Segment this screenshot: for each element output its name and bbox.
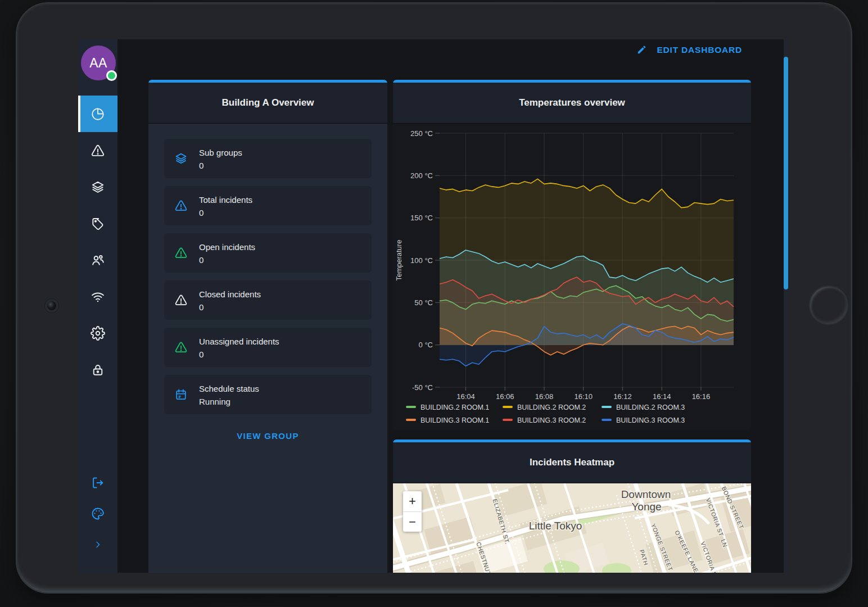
card-header: Temperatures overview <box>393 83 751 124</box>
sidebar-item-incidents[interactable] <box>78 132 117 169</box>
sidebar-item-theme[interactable] <box>78 498 117 529</box>
online-status-dot <box>106 70 117 81</box>
stat-tile-schedule-status: Schedule statusRunning <box>164 375 372 414</box>
view-group-button[interactable]: VIEW GROUP <box>148 431 387 441</box>
stat-value: Running <box>199 396 259 407</box>
edit-dashboard-label: EDIT DASHBOARD <box>657 45 742 55</box>
sidebar-item-security[interactable] <box>78 351 117 388</box>
map-zoom-in-button[interactable]: + <box>403 491 422 511</box>
svg-text:16:08: 16:08 <box>535 392 554 401</box>
stat-tile-unassigned-incidents: Unassigned incidents0 <box>164 328 372 367</box>
temperatures-chart[interactable]: 250 °C200 °C150 °C100 °C50 °C0 °C-50 °C1… <box>393 124 751 431</box>
alert-triangle-icon <box>91 143 105 158</box>
svg-text:Little Tokyo: Little Tokyo <box>529 520 582 532</box>
edit-dashboard-button[interactable]: EDIT DASHBOARD <box>636 44 742 55</box>
avatar-initials: AA <box>89 56 107 71</box>
stat-label: Unassigned incidents <box>199 335 279 348</box>
stat-text: Closed incidents0 <box>199 288 261 313</box>
layers-icon <box>91 180 105 194</box>
alert-triangle-icon <box>174 246 188 260</box>
building-overview-card: Building A Overview Sub groups0Total inc… <box>148 80 387 573</box>
wifi-icon <box>91 289 105 304</box>
svg-text:BUILDING.2 ROOM.2: BUILDING.2 ROOM.2 <box>517 404 586 411</box>
sidebar-item-settings[interactable] <box>78 315 117 351</box>
svg-text:0 °C: 0 °C <box>419 341 433 349</box>
svg-text:Yonge: Yonge <box>631 501 661 513</box>
stat-label: Closed incidents <box>199 288 261 301</box>
svg-text:Downtown: Downtown <box>621 488 671 500</box>
gear-icon <box>91 326 105 341</box>
temperatures-card-title: Temperatures overview <box>519 97 625 108</box>
stat-value: 0 <box>199 160 242 171</box>
home-button[interactable] <box>809 286 848 325</box>
stat-value: 0 <box>199 207 252 219</box>
svg-text:100 °C: 100 °C <box>410 256 433 265</box>
camera-dot <box>45 299 58 312</box>
calendar-icon <box>174 388 188 401</box>
svg-text:50 °C: 50 °C <box>414 298 433 307</box>
alert-triangle-icon <box>174 341 188 354</box>
heatmap-card-title: Incidents Heatmap <box>530 457 614 468</box>
incidents-heatmap-card: Incidents Heatmap DowntownYongeLittle To… <box>393 440 751 573</box>
sidebar-item-devices[interactable] <box>78 278 117 315</box>
pie-chart-icon <box>91 107 105 121</box>
overview-card-title: Building A Overview <box>221 97 314 108</box>
svg-text:BUILDING.3 ROOM.1: BUILDING.3 ROOM.1 <box>421 416 489 424</box>
layers-icon <box>174 152 188 165</box>
stat-label: Total incidents <box>199 193 252 207</box>
sidebar-footer <box>78 467 117 560</box>
svg-text:16:16: 16:16 <box>692 392 711 401</box>
stat-value: 0 <box>199 348 279 360</box>
card-header: Incidents Heatmap <box>393 442 751 483</box>
sidebar: AA <box>78 39 117 573</box>
card-header: Building A Overview <box>148 83 387 124</box>
svg-text:16:10: 16:10 <box>574 392 593 401</box>
svg-text:-50 °C: -50 °C <box>412 383 433 392</box>
map-zoom-out-button[interactable]: − <box>403 511 422 532</box>
svg-text:BUILDING.2 ROOM.1: BUILDING.2 ROOM.1 <box>421 404 489 411</box>
app-screen: AA EDIT DASHBOARD Building A Overview Su… <box>78 39 788 573</box>
svg-text:16:04: 16:04 <box>456 392 475 401</box>
logout-icon <box>91 475 105 490</box>
sidebar-item-groups[interactable] <box>78 169 117 205</box>
avatar[interactable]: AA <box>81 46 116 80</box>
scrollbar-track[interactable] <box>784 39 788 573</box>
tag-icon <box>91 216 105 231</box>
svg-text:150 °C: 150 °C <box>410 214 433 222</box>
svg-text:Temperature: Temperature <box>395 240 403 281</box>
lock-icon <box>91 363 105 377</box>
stat-text: Total incidents0 <box>199 193 252 219</box>
stat-value: 0 <box>199 301 261 313</box>
sidebar-item-dashboard[interactable] <box>78 96 117 132</box>
chevron-right-icon <box>93 540 103 550</box>
tablet-frame: AA EDIT DASHBOARD Building A Overview Su… <box>16 2 852 594</box>
stat-text: Schedule statusRunning <box>199 382 259 407</box>
sidebar-item-logout[interactable] <box>78 467 117 498</box>
sidebar-nav <box>78 96 117 388</box>
sidebar-item-tags[interactable] <box>78 205 117 242</box>
stat-text: Sub groups0 <box>199 146 242 171</box>
svg-text:16:14: 16:14 <box>653 392 671 401</box>
svg-text:BUILDING.2 ROOM.3: BUILDING.2 ROOM.3 <box>616 404 685 411</box>
stat-value: 0 <box>199 254 255 266</box>
scrollbar-thumb[interactable] <box>784 57 788 289</box>
alert-triangle-icon <box>174 293 188 307</box>
stat-label: Schedule status <box>199 382 259 396</box>
alert-triangle-icon <box>174 199 188 212</box>
people-icon <box>91 253 105 268</box>
svg-text:200 °C: 200 °C <box>410 171 433 180</box>
sidebar-item-users[interactable] <box>78 242 117 278</box>
stat-text: Open incidents0 <box>199 241 255 266</box>
palette-icon <box>91 506 105 521</box>
overview-stats-list: Sub groups0Total incidents0Open incident… <box>148 124 387 414</box>
sidebar-item-expand[interactable] <box>78 529 117 560</box>
svg-text:16:06: 16:06 <box>496 392 514 401</box>
stat-label: Open incidents <box>199 241 255 254</box>
svg-text:250 °C: 250 °C <box>410 129 433 138</box>
svg-text:BUILDING.3 ROOM.3: BUILDING.3 ROOM.3 <box>616 416 685 424</box>
pencil-icon <box>636 44 647 55</box>
stat-tile-closed-incidents: Closed incidents0 <box>164 280 372 320</box>
incidents-map[interactable]: DowntownYongeLittle TokyoELIZABETH ST.CH… <box>393 483 751 573</box>
temperatures-card: Temperatures overview 250 °C200 °C150 °C… <box>393 80 751 431</box>
svg-text:16:12: 16:12 <box>613 392 632 401</box>
